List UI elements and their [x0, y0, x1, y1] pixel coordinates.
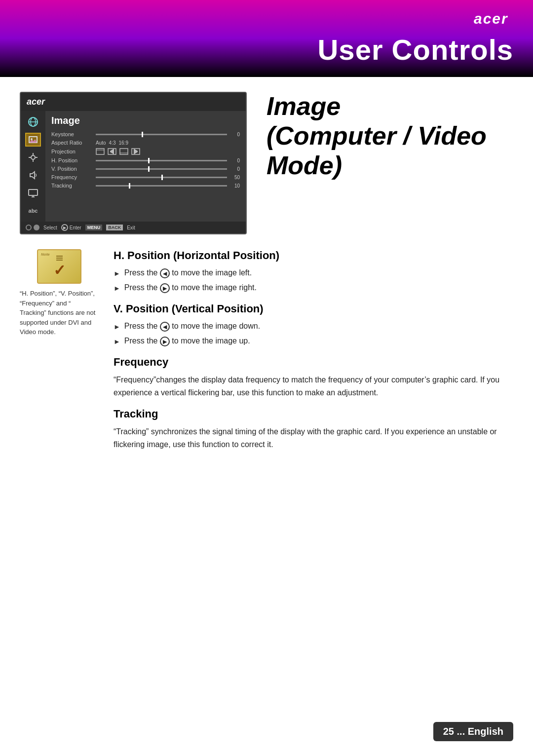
- osd-enter-label: Enter: [70, 225, 81, 230]
- osd-select-label: Select: [43, 225, 57, 230]
- osd-freq-value: 50: [230, 175, 240, 180]
- svg-marker-22: [134, 149, 138, 154]
- page-footer: 25 ... English: [433, 722, 513, 741]
- osd-hpos-row: H. Position 0: [51, 157, 240, 163]
- osd-icon-abc: abc: [25, 204, 41, 218]
- osd-header: acer: [21, 93, 246, 111]
- bullet-arrow-1: ►: [114, 268, 120, 279]
- v-position-bullet-1: ► Press the ◀ to move the image down.: [114, 320, 508, 332]
- osd-projection-row: Projection: [51, 148, 240, 155]
- osd-enter-indicator: ▶ Enter: [61, 224, 81, 231]
- osd-hpos-value: 0: [230, 158, 240, 163]
- note-section: ✓ Note “H. Position”, “V. Position”, “Fr…: [20, 249, 508, 455]
- osd-body: abc Image Keystone 0 Aspect Ratio: [21, 111, 246, 222]
- v-position-heading: V. Position (Vertical Position): [114, 302, 508, 315]
- v-position-bullet-2-text: Press the ▶ to move the image up.: [124, 335, 250, 347]
- h-position-bullet-1: ► Press the ◀ to move the image left.: [114, 267, 508, 279]
- osd-dot-filled: [34, 225, 39, 230]
- page-number-badge: 25 ... English: [433, 722, 513, 741]
- note-box: ✓ Note “H. Position”, “V. Position”, “Fr…: [20, 249, 99, 455]
- v-position-bullet-2: ► Press the ▶ to move the image up.: [114, 335, 508, 347]
- osd-vpos-value: 0: [230, 166, 240, 172]
- v-position-bullet-1-text: Press the ◀ to move the image down.: [124, 320, 260, 332]
- osd-icon-settings: [25, 151, 41, 164]
- osd-freq-slider: [96, 177, 227, 178]
- osd-menu-title: Image: [51, 115, 240, 126]
- osd-menu-btn: MENU: [85, 225, 103, 230]
- osd-icon-speaker: [25, 168, 41, 182]
- h-position-bullets: ► Press the ◀ to move the image left. ► …: [114, 267, 508, 294]
- osd-aspect-options: Auto 4:3 16:9: [96, 140, 128, 146]
- image-mode-title: Image(Computer / VideoMode): [266, 92, 487, 180]
- osd-aspect-auto: Auto: [96, 140, 106, 146]
- h-position-heading: H. Position (Horizontal Position): [114, 249, 508, 262]
- tracking-heading: Tracking: [114, 408, 508, 420]
- svg-marker-11: [30, 172, 35, 179]
- osd-sidebar: abc: [21, 111, 45, 222]
- osd-tracking-row: Tracking 10: [51, 183, 240, 189]
- osd-menu-panel: Image Keystone 0 Aspect Ratio Auto 4: [45, 111, 246, 222]
- osd-keystone-control: 0: [96, 132, 240, 137]
- osd-tracking-value: 10: [230, 183, 240, 189]
- osd-back-btn: BACK: [106, 225, 123, 230]
- frequency-body: “Frequency”changes the display data freq…: [114, 374, 508, 399]
- osd-projection-icons: [96, 148, 240, 155]
- osd-icon-globe: [25, 115, 41, 129]
- osd-keystone-label: Keystone: [51, 131, 96, 137]
- osd-enter-arrow: ▶: [61, 224, 68, 231]
- sections-content: H. Position (Horizontal Position) ► Pres…: [114, 249, 508, 455]
- page-number: 25: [443, 726, 454, 737]
- osd-freq-label: Frequency: [51, 174, 96, 180]
- bullet-arrow-2: ►: [114, 283, 120, 294]
- osd-vpos-label: V. Position: [51, 166, 96, 172]
- osd-exit-label: Exit: [127, 225, 135, 230]
- main-content-row: acer abc: [0, 77, 533, 249]
- osd-projection-label: Projection: [51, 149, 96, 154]
- v-position-bullets: ► Press the ◀ to move the image down. ► …: [114, 320, 508, 347]
- osd-hpos-label: H. Position: [51, 157, 96, 163]
- left-arrow-icon-1: ◀: [160, 268, 170, 278]
- osd-aspect-43: 4:3: [109, 140, 116, 146]
- page-header: acer User Controls: [0, 0, 533, 77]
- note-image: ✓ Note: [37, 249, 81, 284]
- note-text: “H. Position”, “V. Position”, “Frequency…: [20, 284, 99, 337]
- tracking-body: “Tracking” synchronizes the signal timin…: [114, 425, 508, 451]
- frequency-heading: Frequency: [114, 356, 508, 369]
- osd-freq-row: Frequency 50: [51, 174, 240, 180]
- h-position-bullet-1-text: Press the ◀ to move the image left.: [124, 267, 252, 279]
- osd-keystone-row: Keystone 0: [51, 131, 240, 137]
- osd-hpos-control: 0: [96, 158, 240, 163]
- osd-vpos-slider: [96, 168, 227, 170]
- osd-tracking-slider: [96, 185, 227, 187]
- svg-rect-15: [96, 149, 104, 154]
- section-italic-title: Image(Computer / VideoMode): [266, 92, 487, 180]
- h-position-bullet-2: ► Press the ▶ to move the image right.: [114, 282, 508, 294]
- bullet-arrow-4: ►: [114, 337, 120, 347]
- osd-hpos-slider: [96, 160, 227, 161]
- osd-select-indicator: [26, 225, 39, 230]
- osd-dot-open: [26, 225, 32, 230]
- osd-icon-display: [25, 186, 41, 200]
- page-language: ... English: [457, 726, 503, 737]
- svg-point-6: [31, 155, 35, 159]
- osd-aspect-row: Aspect Ratio Auto 4:3 16:9: [51, 140, 240, 146]
- osd-vpos-row: V. Position 0: [51, 166, 240, 172]
- osd-keystone-value: 0: [230, 132, 240, 137]
- osd-tracking-control: 10: [96, 183, 240, 189]
- osd-vpos-control: 0: [96, 166, 240, 172]
- osd-icon-image: [25, 133, 41, 147]
- svg-text:acer: acer: [474, 10, 508, 27]
- acer-logo: acer: [474, 9, 513, 31]
- bullet-arrow-3: ►: [114, 322, 120, 332]
- left-arrow-icon-2: ◀: [160, 322, 170, 332]
- osd-tracking-label: Tracking: [51, 183, 96, 189]
- content-area: ✓ Note “H. Position”, “V. Position”, “Fr…: [0, 249, 533, 485]
- osd-keystone-slider: [96, 134, 227, 135]
- osd-aspect-169: 16:9: [118, 140, 128, 146]
- osd-freq-control: 50: [96, 175, 240, 180]
- svg-rect-12: [29, 189, 38, 195]
- right-arrow-icon-1: ▶: [160, 283, 170, 293]
- right-arrow-icon-2: ▶: [160, 337, 170, 346]
- svg-marker-18: [110, 149, 114, 154]
- svg-rect-19: [120, 149, 128, 154]
